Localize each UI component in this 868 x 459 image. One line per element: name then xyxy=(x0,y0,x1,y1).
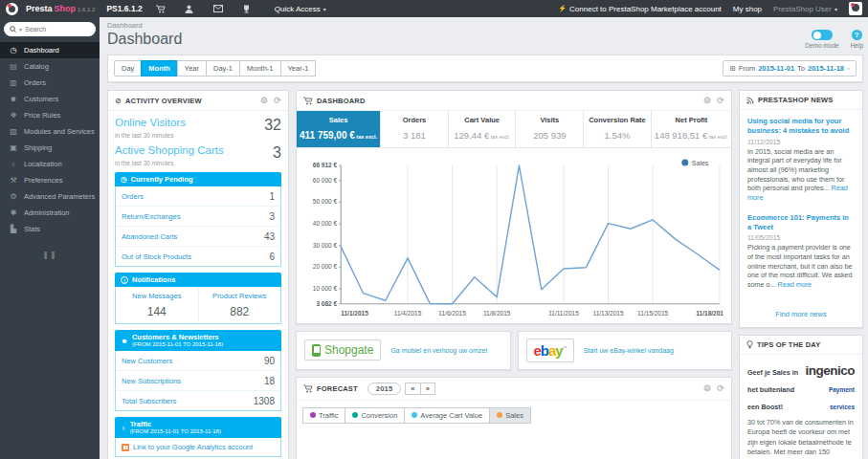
sidebar-item-orders[interactable]: ▥Orders xyxy=(0,75,100,91)
prestashop-logo-icon[interactable] xyxy=(6,3,18,15)
shop-name-link[interactable]: PS1.6.1.2 xyxy=(106,4,142,13)
sidebar-item-advanced-parameters[interactable]: ⚙Advanced Parameters xyxy=(0,188,100,205)
pending-link-abandoned-carts[interactable]: Abandoned Carts xyxy=(122,232,177,241)
help-button[interactable]: ? Help xyxy=(851,30,863,49)
prestashop-backoffice: PrestaShop 1.6.1.2 PS1.6.1.2 Quick Acces… xyxy=(0,0,868,459)
search-input[interactable] xyxy=(25,26,80,33)
tips-headline: Geef je Sales in het buitenland een Boos… xyxy=(747,368,798,411)
sidebar-item-catalog[interactable]: ▤Catalog xyxy=(0,58,100,75)
demo-mode-toggle[interactable]: Demo mode xyxy=(805,30,838,49)
panel-refresh-icon[interactable]: ⟳ xyxy=(274,96,281,105)
active-carts-link[interactable]: Active Shopping Carts xyxy=(115,144,224,156)
forecast-toggle-sales[interactable]: Sales xyxy=(489,407,531,424)
quick-access-menu[interactable]: Quick Access ▾ xyxy=(275,5,326,13)
filter-button-day[interactable]: Day xyxy=(114,60,142,76)
messages-icon[interactable] xyxy=(208,5,229,13)
sidebar-item-stats[interactable]: ▙Stats xyxy=(0,221,100,237)
dashboard-trends-panel: DASHBOARD ⚙ ⟳ Sales411 759,00 € tax excl… xyxy=(296,90,732,324)
news-article-title[interactable]: Using social media for your business: 4 … xyxy=(747,117,855,136)
sidebar-item-price-rules[interactable]: ❖Price Rules xyxy=(0,107,100,123)
online-visitors-link[interactable]: Online Visitors xyxy=(115,117,186,128)
my-shop-link[interactable]: My shop xyxy=(733,5,762,13)
search-scope-caret-icon[interactable]: ▾ xyxy=(19,26,22,33)
sidebar-item-administration[interactable]: ✱Administration xyxy=(0,205,100,221)
sidebar-item-customers[interactable]: ☻Customers xyxy=(0,91,100,107)
help-icon[interactable]: ? xyxy=(852,30,862,40)
google-analytics-link[interactable]: Link to your Google Analytics account xyxy=(116,438,280,456)
ingenico-logo[interactable]: ingenico Payment services xyxy=(805,361,855,413)
panel-refresh-icon[interactable]: ⟳ xyxy=(717,96,724,105)
panel-settings-icon[interactable]: ⚙ xyxy=(703,383,711,393)
filter-button-month[interactable]: Month xyxy=(141,60,178,76)
ebay-link[interactable]: Start uw eBay-winkel vandaag xyxy=(584,347,674,354)
shopgate-link[interactable]: Ga mobiel en verhoog uw omzet xyxy=(390,347,487,354)
kpi-tab-conversion-rate[interactable]: Conversion Rate1.54% xyxy=(583,111,651,147)
marketplace-link[interactable]: ⚡ Connect to PrestaShop Marketplace acco… xyxy=(558,5,722,13)
customers-row: New Customers90 xyxy=(116,351,280,371)
pending-link-out-of-stock-products[interactable]: Out of Stock Products xyxy=(122,252,191,261)
forecast-next-button[interactable]: » xyxy=(420,382,435,395)
sidebar-search[interactable]: ▾ xyxy=(4,22,96,36)
panel-settings-icon[interactable]: ⚙ xyxy=(703,96,711,105)
notification-link-product-reviews[interactable]: Product Reviews xyxy=(203,292,278,300)
forecast-toggle-average-cart-value[interactable]: Average Cart Value xyxy=(404,407,490,424)
activity-panel-title: ACTIVITY OVERVIEW xyxy=(125,97,202,105)
filter-button-month-1[interactable]: Month-1 xyxy=(239,60,281,76)
find-more-news-link[interactable]: Find more news xyxy=(740,304,862,327)
filter-button-year-1[interactable]: Year-1 xyxy=(280,60,317,76)
tips-of-the-day-panel: TIPS OF THE DAY ingenico Payment service… xyxy=(739,335,863,459)
kpi-tab-orders[interactable]: Orders3 181 xyxy=(380,111,448,147)
traffic-section-header: ♁ Traffic (FROM 2015-11-01 TO 2015-11-18… xyxy=(115,417,281,438)
cart-icon[interactable] xyxy=(150,4,171,12)
kpi-tab-cart-value[interactable]: Cart Value129,44 € tax excl. xyxy=(448,111,516,147)
shopgate-name: Shopgate xyxy=(324,343,373,357)
customers-icon[interactable] xyxy=(179,4,200,12)
filter-button-year[interactable]: Year xyxy=(177,60,207,76)
panel-settings-icon[interactable]: ⚙ xyxy=(260,96,268,105)
customers-section-header: ☻ Customers & Newsletters (FROM 2015-11-… xyxy=(115,330,281,351)
pending-link-return-exchanges[interactable]: Return/Exchanges xyxy=(122,212,181,221)
kpi-tab-visits[interactable]: Visits205 939 xyxy=(515,111,583,147)
shopgate-phone-icon xyxy=(312,344,321,357)
shopgate-logo[interactable]: Shopgate xyxy=(304,339,381,361)
sidebar-item-shipping[interactable]: ▣Shipping xyxy=(0,140,100,156)
customers-link-total-subscribers[interactable]: Total Subscribers xyxy=(122,397,177,405)
kpi-label: Orders xyxy=(384,116,445,124)
forecast-prev-button[interactable]: « xyxy=(405,382,420,395)
pending-link-orders[interactable]: Orders xyxy=(122,192,144,201)
date-range-picker[interactable]: ⊞ From 2015-11-01 To 2015-11-18 ▾ xyxy=(723,60,857,76)
news-article-title[interactable]: Ecommerce 101: Payments in a Tweet xyxy=(747,213,855,232)
notification-link-new-messages[interactable]: New Messages xyxy=(120,292,194,300)
user-avatar[interactable] xyxy=(849,2,862,15)
svg-text:50 000 €: 50 000 € xyxy=(313,198,338,205)
brand[interactable]: PrestaShop 1.6.1.2 xyxy=(26,4,95,13)
forecast-year[interactable]: 2015 xyxy=(367,382,402,395)
read-more-link[interactable]: Read more xyxy=(747,184,848,202)
toggle-icon[interactable] xyxy=(812,30,833,40)
kpi-value: 129,44 € tax excl. xyxy=(452,130,513,141)
kpi-tab-sales[interactable]: Sales411 759,00 € tax excl. xyxy=(297,111,380,147)
user-menu[interactable]: PrestaShop User ▾ xyxy=(773,5,837,13)
ebay-logo[interactable]: ebay™ xyxy=(526,339,574,362)
sidebar-item-preferences[interactable]: ⚒Preferences xyxy=(0,172,100,188)
forecast-toggle-conversion[interactable]: Conversion xyxy=(345,407,405,424)
filter-button-day-1[interactable]: Day-1 xyxy=(206,60,240,76)
kpi-suffix: tax excl. xyxy=(489,134,510,140)
trophy-icon[interactable] xyxy=(236,4,257,12)
sidebar-collapse-button[interactable]: ❚❚ xyxy=(0,251,100,259)
kpi-tab-net-profit[interactable]: Net Profit148 918,51 € tax excl. xyxy=(651,111,731,147)
clock-icon: ◷ xyxy=(121,175,127,184)
traffic-title: Traffic xyxy=(130,420,152,428)
read-more-link[interactable]: Read more xyxy=(778,280,812,289)
forecast-toggle-traffic[interactable]: Traffic xyxy=(302,407,345,424)
news-article-date: 11/12/2015 xyxy=(747,139,855,145)
breadcrumb: Dashboard xyxy=(107,21,863,30)
news-article-excerpt: Picking a payment provider is one of the… xyxy=(747,243,855,290)
sidebar-item-dashboard[interactable]: ◷Dashboard xyxy=(0,42,100,58)
customers-link-new-subscriptions[interactable]: New Subscriptions xyxy=(122,377,181,385)
sidebar-item-modules-and-services[interactable]: ▧Modules and Services xyxy=(0,123,100,140)
toggle-label: Sales xyxy=(505,411,523,420)
panel-refresh-icon[interactable]: ⟳ xyxy=(717,383,724,393)
sidebar-item-localization[interactable]: ♁Localization xyxy=(0,156,100,172)
customers-link-new-customers[interactable]: New Customers xyxy=(122,357,172,365)
